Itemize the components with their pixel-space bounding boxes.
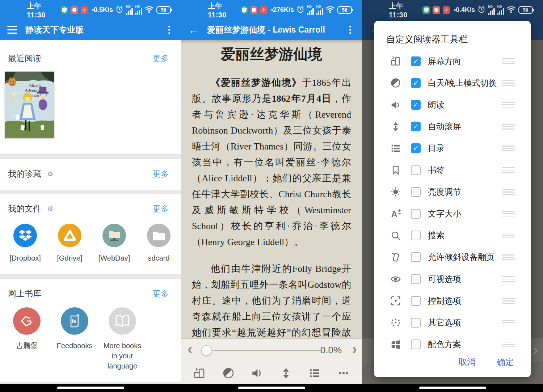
- checkbox[interactable]: [411, 78, 421, 88]
- drag-handle-icon[interactable]: [502, 211, 515, 217]
- catalogs-more-link[interactable]: 更多: [153, 288, 169, 299]
- rotate-screen-icon[interactable]: [193, 366, 206, 380]
- option-row-search[interactable]: 搜索: [374, 225, 531, 246]
- home-pill[interactable]: [419, 387, 486, 389]
- ok-button[interactable]: 确定: [497, 356, 514, 368]
- option-row-toc[interactable]: 目录: [374, 138, 531, 159]
- catalog-item-gutenberg[interactable]: 古腾堡: [3, 307, 51, 371]
- more-dots-icon[interactable]: [337, 366, 350, 380]
- open-book-icon: [109, 307, 136, 335]
- home-pill[interactable]: [238, 387, 305, 389]
- option-row-control-options[interactable]: 控制选项: [374, 290, 531, 312]
- progress-value: 0.0%: [320, 345, 342, 356]
- checkbox[interactable]: [411, 187, 421, 197]
- drag-handle-icon[interactable]: [502, 233, 515, 239]
- gutenberg-icon: [13, 307, 41, 335]
- paragraph-1: 《爱丽丝梦游仙境》于1865年出版。故事原形乃是1862年7月4日，作者与鲁宾逊…: [192, 75, 351, 250]
- dialog-screen: ← ⋮ › 上午11:30 0.4K/s: [362, 0, 543, 392]
- sdcard-folder-icon: [147, 224, 171, 247]
- checkbox[interactable]: [411, 340, 421, 349]
- notification-overflow-dot: [92, 9, 94, 11]
- book-cover-alice[interactable]: Alice's Adventures in Wonderland: [5, 71, 54, 138]
- checkbox[interactable]: [411, 100, 421, 110]
- checkbox[interactable]: [411, 252, 421, 262]
- kebab-menu-icon[interactable]: [345, 26, 355, 34]
- files-more-link[interactable]: 更多: [153, 203, 169, 214]
- catalog-item-feedbooks[interactable]: fe Feedbooks: [51, 307, 98, 371]
- option-row-screen-orientation[interactable]: 屏幕方向: [374, 50, 531, 72]
- autoscroll-icon[interactable]: [279, 366, 293, 380]
- chevron-left-icon[interactable]: ‹: [188, 341, 192, 357]
- chevron-right-icon[interactable]: ›: [352, 341, 357, 357]
- day-night-icon[interactable]: [222, 366, 235, 380]
- favorites-more-link[interactable]: 更多: [153, 169, 169, 180]
- gear-icon[interactable]: ⚙: [47, 205, 53, 213]
- app-bar: 静读天下专业版: [0, 20, 181, 40]
- progress-slider-thumb[interactable]: [201, 345, 212, 356]
- checkbox[interactable]: [411, 274, 421, 284]
- shield-notification-icon: [60, 6, 68, 14]
- drag-handle-icon[interactable]: [502, 102, 515, 108]
- section-title-recent: 最近阅读: [8, 53, 41, 64]
- battery-indicator: 58: [337, 6, 352, 14]
- cancel-button[interactable]: 取消: [458, 356, 476, 368]
- progress-slider-track[interactable]: [213, 350, 321, 351]
- drag-handle-icon[interactable]: [502, 342, 515, 347]
- wifi-icon: [325, 5, 335, 15]
- back-arrow-icon[interactable]: ←: [188, 25, 199, 35]
- checkbox[interactable]: [411, 318, 421, 328]
- drag-handle-icon[interactable]: [502, 58, 515, 64]
- option-row-color-scheme[interactable]: 配色方案: [374, 334, 531, 355]
- blocked-notification-icon: [81, 6, 88, 14]
- hamburger-icon[interactable]: [7, 26, 17, 34]
- drag-handle-icon[interactable]: [502, 167, 515, 173]
- sim2-signal-icon: HD: [497, 5, 504, 15]
- dimmed-chevron-right: ›: [533, 342, 538, 358]
- checkbox[interactable]: [411, 296, 421, 306]
- drag-handle-icon[interactable]: [502, 124, 515, 130]
- customize-toolbar-dialog: 自定义阅读器工具栏 屏幕方向 白天/晚上模式切换: [374, 21, 531, 377]
- option-row-day-night[interactable]: 白天/晚上模式切换: [374, 72, 531, 94]
- drag-handle-icon[interactable]: [502, 298, 515, 304]
- checkbox[interactable]: [411, 143, 421, 153]
- storage-item-gdrive[interactable]: [Gdrive]: [47, 224, 92, 263]
- gear-icon[interactable]: ⚙: [47, 170, 53, 178]
- catalog-item-more-books[interactable]: More books in your language: [98, 307, 146, 371]
- drag-handle-icon[interactable]: [502, 276, 515, 282]
- drag-handle-icon[interactable]: [502, 320, 515, 326]
- drag-handle-icon[interactable]: [502, 146, 515, 151]
- option-row-tilt-turn[interactable]: 允许倾斜设备翻页: [374, 246, 531, 268]
- option-row-visual-options[interactable]: 可视选项: [374, 268, 531, 290]
- book-page[interactable]: 爱丽丝梦游仙境 《爱丽丝梦游仙境》于1865年出版。故事原形乃是1862年7月4…: [181, 40, 362, 338]
- checkbox[interactable]: [411, 122, 421, 131]
- option-row-misc-options[interactable]: 其它选项: [374, 312, 531, 333]
- toc-list-icon[interactable]: [308, 366, 321, 380]
- option-row-autoscroll[interactable]: 自动滚屏: [374, 116, 531, 138]
- checkbox[interactable]: [411, 56, 421, 66]
- clock-text: 上午11:30: [208, 1, 238, 19]
- checkbox[interactable]: [411, 165, 421, 175]
- option-row-font-size[interactable]: A 文字大小: [374, 203, 531, 225]
- storage-item-webdav[interactable]: [WebDav]: [92, 224, 136, 263]
- storage-item-sdcard[interactable]: sdcard: [136, 224, 181, 263]
- recent-more-link[interactable]: 更多: [153, 53, 169, 64]
- app-title: 静读天下专业版: [25, 24, 156, 35]
- webdav-icon: [102, 224, 126, 247]
- option-row-bookmarks[interactable]: 书签: [374, 159, 531, 181]
- drag-handle-icon[interactable]: [502, 80, 515, 86]
- kebab-menu-icon[interactable]: [164, 26, 174, 34]
- checkbox[interactable]: [411, 231, 421, 240]
- option-row-brightness[interactable]: 亮度调节: [374, 181, 531, 203]
- checkbox[interactable]: [411, 209, 421, 219]
- drag-handle-icon[interactable]: [502, 254, 515, 260]
- home-pill[interactable]: [57, 387, 124, 389]
- clock-text: 上午11:30: [27, 1, 58, 19]
- option-row-tts[interactable]: 朗读: [374, 94, 531, 116]
- drag-handle-icon[interactable]: [502, 189, 515, 195]
- tts-speaker-icon[interactable]: [250, 366, 264, 380]
- my-files-section: 我的文件 ⚙ 更多 [Dropbox] [Gd: [0, 194, 181, 274]
- autoscroll-icon: [390, 121, 401, 132]
- recent-reading-section: 最近阅读 更多 Alice's Adventures in Wonderland: [0, 40, 181, 154]
- system-nav-bar: [181, 384, 362, 392]
- storage-item-dropbox[interactable]: [Dropbox]: [3, 224, 47, 263]
